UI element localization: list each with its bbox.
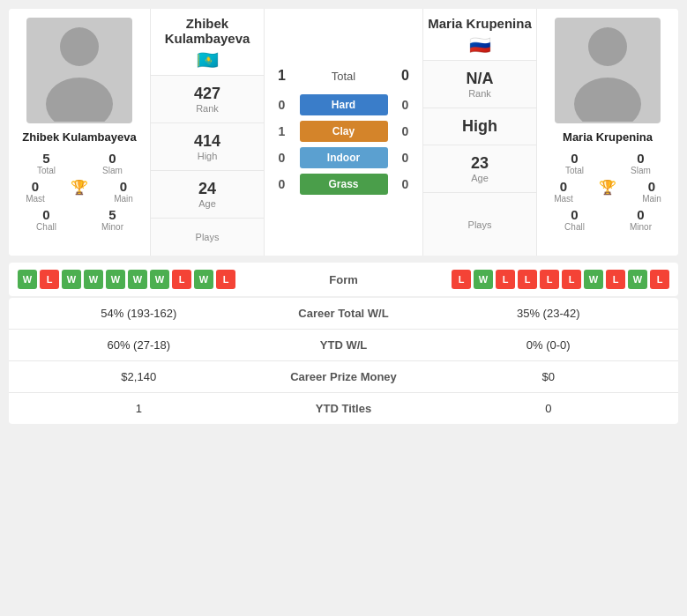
career-wl-p1: 54% (193-162) (22, 307, 256, 320)
player1-rank-label: Rank (196, 103, 219, 114)
player1-panel: Zhibek Kulambayeva 5 Total 0 Slam 0 Mast (9, 9, 150, 256)
player2-plays-label: Plays (468, 219, 492, 230)
ytd-wl-row: 60% (27-18) YTD W/L 0% (0-0) (9, 330, 678, 361)
grass-score-p1: 0 (269, 177, 295, 191)
player2-total-cell: 0 Total (555, 151, 594, 175)
indoor-score-p2: 0 (392, 151, 419, 165)
player2-minor-label: Minor (621, 222, 661, 232)
player2-avatar (555, 18, 661, 123)
player2-trophy: 🏆 (588, 179, 628, 204)
player1-slam-label: Slam (93, 166, 132, 175)
indoor-score-p1: 0 (269, 151, 295, 165)
ytd-wl-p2: 0% (0-0) (432, 338, 666, 352)
player2-age-label: Age (471, 173, 489, 183)
player1-chall: 0 (26, 207, 66, 222)
clay-btn: Clay (300, 121, 388, 142)
player1-slam-cell: 0 Slam (93, 151, 132, 175)
player2-name-header: Maria Krupenina (428, 16, 532, 31)
prize-row: $2,140 Career Prize Money $0 (9, 361, 678, 393)
form-badge: L (40, 270, 59, 289)
clay-row: 1 Clay 0 (265, 121, 422, 142)
player2-panel: Maria Krupenina 0 Total 0 Slam 0 Mast � (537, 9, 678, 256)
form-badge: W (128, 270, 147, 289)
prize-label: Career Prize Money (256, 370, 432, 383)
player2-main: 0 (632, 179, 672, 194)
player2-rank-box: N/A Rank (423, 61, 536, 108)
form-badge: L (452, 270, 471, 289)
svg-point-1 (46, 78, 113, 122)
player1-chall-label: Chall (26, 222, 66, 232)
form-badge: W (62, 270, 81, 289)
player1-age-value: 24 (198, 180, 216, 198)
hard-btn: Hard (300, 94, 388, 115)
player1-mast-cell: 0 Mast (16, 179, 56, 204)
form-badge: L (172, 270, 191, 289)
grass-row: 0 Grass 0 (265, 174, 422, 195)
player1-name: Zhibek Kulambayeva (22, 130, 136, 144)
stats-table: 54% (193-162) Career Total W/L 35% (23-4… (9, 298, 678, 424)
main-container: Zhibek Kulambayeva 5 Total 0 Slam 0 Mast (0, 0, 687, 433)
player1-trophy: 🏆 (60, 179, 100, 204)
player1-slam: 0 (93, 151, 132, 166)
player1-trophy-icon: 🏆 (71, 180, 88, 195)
player2-slam: 0 (621, 151, 661, 166)
player1-stats-row1: 5 Total 0 Slam (13, 151, 146, 175)
svg-point-3 (574, 78, 641, 122)
player1-avatar (26, 18, 132, 123)
player2-chall-label: Chall (555, 222, 594, 232)
player1-high-box: 414 High (151, 123, 264, 171)
player2-main-label: Main (632, 194, 672, 204)
player2-stats-row1: 0 Total 0 Slam (541, 151, 674, 175)
player2-total: 0 (555, 151, 594, 166)
player2-minor: 0 (621, 207, 661, 222)
form-badge: L (518, 270, 537, 289)
player1-total: 5 (26, 151, 66, 166)
player2-trophy-icon: 🏆 (599, 180, 616, 195)
player1-minor: 5 (93, 207, 132, 222)
player2-age-value: 23 (471, 154, 489, 173)
prize-p1: $2,140 (22, 370, 256, 383)
player1-form-badges: WLWWWWWLWL (18, 270, 291, 289)
ytd-wl-p1: 60% (27-18) (22, 338, 256, 352)
indoor-btn: Indoor (300, 147, 388, 168)
titles-label: YTD Titles (256, 402, 432, 415)
player2-slam-label: Slam (621, 166, 661, 175)
form-badge: L (650, 270, 669, 289)
player1-flag: 🇰🇿 (197, 49, 219, 71)
player2-stats-box: Maria Krupenina 🇷🇺 N/A Rank High 23 Age … (422, 9, 537, 256)
player2-main-cell: 0 Main (632, 179, 672, 204)
player1-main: 0 (104, 179, 144, 194)
grass-btn: Grass (300, 174, 388, 195)
player2-age-box: 23 Age (423, 145, 536, 193)
form-badge: W (584, 270, 603, 289)
player2-high-value: High (462, 117, 497, 136)
prize-p2: $0 (432, 370, 666, 383)
top-section: Zhibek Kulambayeva 5 Total 0 Slam 0 Mast (9, 9, 678, 256)
player2-minor-cell: 0 Minor (621, 207, 661, 232)
player1-total-cell: 5 Total (26, 151, 66, 175)
player1-chall-cell: 0 Chall (26, 207, 66, 232)
svg-point-2 (588, 27, 627, 66)
player1-stats-row3: 0 Chall 5 Minor (13, 207, 146, 232)
form-badge: L (562, 270, 581, 289)
titles-p1: 1 (22, 402, 256, 415)
career-wl-label: Career Total W/L (256, 307, 432, 320)
player1-main-cell: 0 Main (104, 179, 144, 204)
form-badge: W (474, 270, 493, 289)
player2-rank-value: N/A (467, 70, 494, 88)
player2-mast-label: Mast (544, 194, 584, 204)
career-wl-row: 54% (193-162) Career Total W/L 35% (23-4… (9, 298, 678, 330)
form-badge: W (194, 270, 213, 289)
player1-stats-box: Zhibek Kulambayeva 🇰🇿 427 Rank 414 High … (150, 9, 265, 256)
clay-score-p2: 0 (392, 124, 419, 138)
hard-score-p1: 0 (269, 98, 295, 112)
player1-mast-label: Mast (16, 194, 56, 204)
indoor-row: 0 Indoor 0 (265, 147, 422, 168)
player2-name-flag: Maria Krupenina 🇷🇺 (423, 9, 536, 61)
player2-total-label: Total (555, 166, 594, 175)
form-badge: L (540, 270, 559, 289)
player2-slam-cell: 0 Slam (621, 151, 661, 175)
grass-score-p2: 0 (392, 177, 419, 191)
form-badge: W (150, 270, 169, 289)
form-badge: W (84, 270, 103, 289)
